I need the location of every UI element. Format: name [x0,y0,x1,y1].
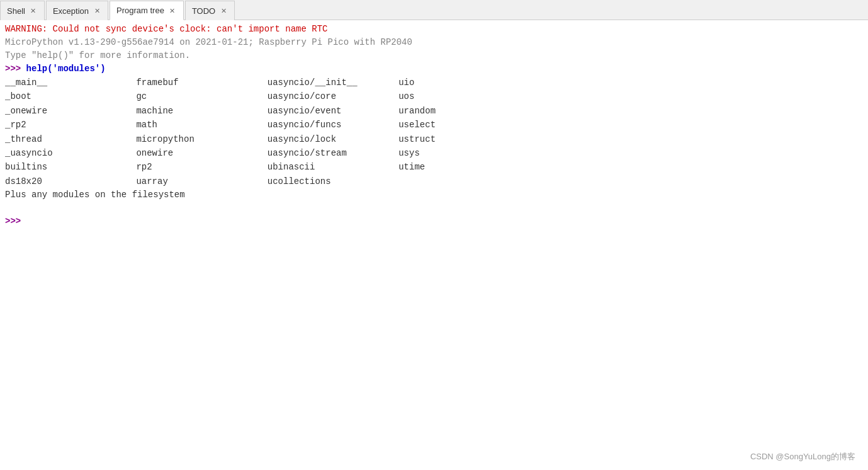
module-row-4: _rp2 math uasyncio/funcs uselect [5,118,863,132]
prompt-symbol: >>> [5,64,26,74]
module-row-5: _thread micropython uasyncio/lock ustruc… [5,132,863,146]
module-table: __main__ framebuf uasyncio/__init__ uio … [5,76,863,188]
info-line: MicroPython v1.13-290-g556ae7914 on 2021… [5,36,863,49]
tab-exception-label: Exception [53,6,89,16]
warning-line: WARNING: Could not sync device's clock: … [5,23,863,36]
tab-shell-label: Shell [7,6,25,16]
empty-prompt: >>> [5,215,863,228]
tab-todo-label: TODO [192,6,215,16]
help-line: Type "help()" for more information. [5,49,863,62]
tab-shell[interactable]: Shell ✕ [0,1,45,20]
module-row-2: _boot gc uasyncio/core uos [5,89,863,103]
plus-line: Plus any modules on the filesystem [5,188,863,202]
watermark: CSDN @SongYuLong的博客 [750,451,855,462]
tab-program-tree[interactable]: Program tree ✕ [110,1,184,20]
module-row-7: builtins rp2 ubinascii utime [5,160,863,174]
shell-content[interactable]: WARNING: Could not sync device's clock: … [0,20,868,470]
tab-bar: Shell ✕ Exception ✕ Program tree ✕ TODO … [0,0,868,20]
tab-todo-close[interactable]: ✕ [219,6,228,15]
command-line: >>> help('modules') [5,62,863,76]
command-text: help('modules') [26,64,106,74]
tab-shell-close[interactable]: ✕ [29,6,38,15]
tab-todo[interactable]: TODO ✕ [185,1,235,20]
module-row-6: _uasyncio onewire uasyncio/stream usys [5,146,863,160]
tab-program-tree-label: Program tree [116,6,164,15]
tab-program-tree-close[interactable]: ✕ [168,6,177,15]
module-row-3: _onewire machine uasyncio/event urandom [5,104,863,118]
module-row-8: ds18x20 uarray ucollections [5,175,863,188]
tab-exception-close[interactable]: ✕ [93,6,101,15]
module-row-1: __main__ framebuf uasyncio/__init__ uio [5,76,863,89]
tab-exception[interactable]: Exception ✕ [46,1,108,20]
